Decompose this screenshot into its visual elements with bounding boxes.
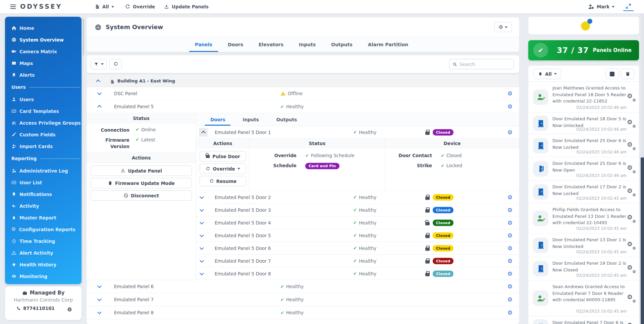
update-panel-button[interactable]: Update Panel [91,166,192,176]
sidebar-item-camera-matrix[interactable]: Camera Matrix [5,46,82,57]
feed-item[interactable]: Door Emulated Panel 18 Door 5 Is Now Unl… [528,113,639,134]
sidebar-item-user-list[interactable]: User List [5,177,82,188]
expand-panel-button[interactable] [623,3,634,11]
sidebar-item-monitoring[interactable]: Monitoring [5,270,82,282]
override-button[interactable]: Override [125,0,155,13]
door-row-7[interactable]: Emulated Panel 5 Door 7✔HealthyClosed⚙ [196,255,519,267]
gears-icon[interactable]: ⚙⚙ [627,188,636,196]
panel-row-emulated-5[interactable]: Emulated Panel 5 ✔Healthy ⚙ [87,100,519,113]
tab-elevators[interactable]: Elevators [251,37,291,52]
gears-icon[interactable]: ⚙⚙ [627,142,636,150]
gear-icon[interactable]: ⚙ [507,194,513,201]
tab-outputs[interactable]: Outputs [323,37,360,52]
hamburger-menu-icon[interactable] [9,3,17,10]
search-input[interactable] [460,62,511,67]
chevron-down-icon[interactable] [200,220,204,224]
feed-item[interactable]: Door Emulated Panel 19 Door 2 is Now Clo… [528,257,639,280]
feed-item[interactable]: Phillip Fields Granted Access to Emulate… [528,203,639,234]
chevron-down-icon[interactable] [97,310,102,314]
chevron-down-icon[interactable] [97,91,102,95]
tab-inputs[interactable]: Inputs [234,113,267,126]
pulse-door-button[interactable]: Pulse Door [200,151,246,161]
chevron-down-icon[interactable] [200,195,204,199]
sidebar-item-muster-report[interactable]: Muster Report [5,212,82,223]
gear-icon[interactable]: ⚙ [507,309,513,316]
sidebar-item-notifications[interactable]: Notifications [5,188,82,200]
chevron-down-icon[interactable] [200,207,204,212]
chevron-up-icon[interactable] [97,105,102,109]
gear-icon[interactable]: ⚙ [507,90,513,97]
tab-outputs[interactable]: Outputs [268,113,306,126]
door-row-3[interactable]: Emulated Panel 5 Door 3✔HealthyClosed⚙ [196,204,519,216]
feed-item[interactable]: Joan Matthews Granted Access to Emulated… [528,82,639,113]
door-row-4[interactable]: Emulated Panel 5 Door 4✔HealthyClosed⚙ [196,216,519,229]
gears-icon[interactable]: ⚙⚙ [627,93,636,101]
sidebar-item-health-history[interactable]: Health History [5,259,82,270]
gear-icon[interactable]: ⚙ [507,270,513,277]
gears-icon[interactable]: ⚙⚙ [627,165,636,173]
tab-alarm-partition[interactable]: Alarm Partition [360,37,416,52]
gears-icon[interactable]: ⚙⚙ [627,214,636,222]
sidebar-item-access-privilege-groups[interactable]: Access Privilege Groups [5,117,82,129]
panel-row-emulated-8[interactable]: Emulated Panel 8 ✔Healthy ⚙ [87,306,519,319]
building-group-row[interactable]: Building A1 - East Wing [87,74,519,87]
chevron-down-icon[interactable] [200,271,204,275]
chevron-down-icon[interactable] [200,233,204,237]
update-panels-button[interactable]: Update Panels [164,0,209,13]
collapse-door-button[interactable] [199,128,208,137]
gears-icon[interactable]: ⚙⚙ [627,265,636,273]
sidebar-scrollbar[interactable] [83,18,84,55]
refresh-button[interactable] [109,59,122,69]
gears-icon[interactable]: ⚙⚙ [627,119,636,127]
feed-item[interactable]: Door Emulated Panel 7 Door 6 Is ⚙⚙ [528,316,639,324]
clear-feed-button[interactable] [621,69,634,79]
tab-panels[interactable]: Panels [187,37,220,52]
tab-inputs[interactable]: Inputs [291,37,323,52]
sidebar-item-system-overview[interactable]: System Overview [5,34,82,46]
sidebar-item-time-tracking[interactable]: Time Tracking [5,235,82,247]
chevron-down-icon[interactable] [200,246,204,250]
door-row-2[interactable]: Emulated Panel 5 Door 2✔HealthyClosed⚙ [196,191,519,204]
firmware-update-mode-button[interactable]: Firmware Update Mode [91,178,192,188]
gear-icon[interactable]: ⚙ [507,129,513,136]
gear-icon[interactable]: ⚙ [507,232,513,239]
scrollbar-thumb[interactable] [641,157,644,324]
door-resume-button[interactable]: Resume [200,176,246,186]
sidebar-item-import-cards[interactable]: Import Cards [5,140,82,152]
door-row-1[interactable]: Emulated Panel 5 Door 1 ✔Healthy Closed … [196,126,519,139]
sidebar-item-maps[interactable]: Maps [5,57,82,69]
phone-link[interactable]: 8774110101 [16,306,55,311]
filter-button[interactable] [91,59,107,69]
chevron-down-icon[interactable] [200,258,204,263]
sidebar-item-users[interactable]: Users [5,93,82,105]
sidebar-item-alert-activity[interactable]: Alert Activity [5,247,82,259]
panel-row-emulated-7[interactable]: Emulated Panel 7 ✔Healthy ⚙ [87,293,519,306]
feed-item[interactable]: Door Emulated Panel 13 Door 1 Is Now Unl… [528,234,639,257]
feed-item[interactable]: Door Emulated Panel 25 Door 6 is Now Ope… [528,157,639,181]
chevron-up-icon[interactable] [96,79,100,84]
sidebar-item-configuration-reports[interactable]: ⚙Configuration Reports [5,223,82,235]
sidebar-item-administrative-log[interactable]: Administrative Log [5,165,82,177]
panel-row-dsc[interactable]: DSC Panel Offline ⚙ [87,87,519,100]
sidebar-item-home[interactable]: Home [5,22,82,34]
door-row-8[interactable]: Emulated Panel 5 Door 8✔HealthyClosed⚙ [196,267,519,280]
chevron-down-icon[interactable] [97,284,102,288]
gear-icon[interactable]: ⚙ [507,103,513,110]
gear-icon[interactable]: ⚙ [507,207,513,213]
feed-filter-dropdown[interactable]: All [534,69,561,79]
gear-icon[interactable]: ⚙ [507,296,513,303]
feed-item[interactable]: Door Emulated Panel 17 Door 2 is Now Loc… [528,181,639,203]
sidebar-item-alerts[interactable]: Alerts [5,69,82,81]
feed-item[interactable]: Door Emulated Panel 25 Door 6 is Now Loc… [528,134,639,157]
feed-item[interactable]: Sean Andrews Granted Access to Emulated … [528,280,639,316]
gears-icon[interactable]: ⚙⚙ [627,294,636,302]
user-menu[interactable]: Mark [588,0,614,13]
gears-icon[interactable]: ⚙⚙ [627,322,636,324]
gear-icon[interactable]: ⚙ [507,219,513,226]
tab-doors[interactable]: Doors [220,37,251,52]
gear-icon[interactable]: ⚙ [507,258,513,264]
tab-doors[interactable]: Doors [202,113,234,126]
door-row-6[interactable]: Emulated Panel 5 Door 6✔HealthyClosed⚙ [196,242,519,255]
sidebar-item-custom-fields[interactable]: Custom Fields [5,129,82,140]
door-override-button[interactable]: Override [200,164,246,174]
